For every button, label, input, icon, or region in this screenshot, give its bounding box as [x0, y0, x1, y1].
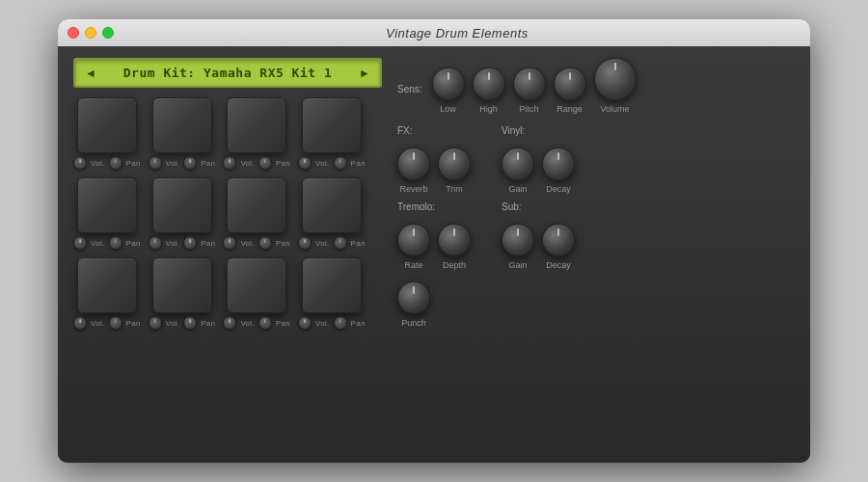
sub-decay-label: Decay — [546, 260, 571, 270]
sub-gain-knob[interactable] — [502, 224, 534, 256]
pad-2-3-pan-knob[interactable] — [258, 236, 272, 250]
pad-3-1-pan-knob[interactable] — [109, 316, 122, 330]
pad-2-4-vol-knob[interactable] — [298, 236, 312, 250]
tremolo-depth-knob[interactable] — [438, 224, 471, 256]
tremolo-sub-row: Tremolo: Rate Depth — [397, 201, 795, 270]
device-body: ◄ Drum Kit: Yamaha RX5 Kit 1 ► Vol. — [58, 46, 810, 463]
pad-group: Vol. Pan — [223, 177, 290, 250]
pad-2-4[interactable] — [302, 177, 362, 233]
main-window: Vintage Drum Elements ◄ Drum Kit: Yamaha… — [58, 19, 810, 463]
knob-group-pitch: Pitch — [513, 67, 546, 114]
minimize-button[interactable] — [85, 27, 96, 39]
fx-vinyl-row: FX: Reverb Trim — [397, 125, 795, 194]
pad-1-4[interactable] — [302, 97, 362, 153]
pad-3-2-vol-knob[interactable] — [149, 316, 162, 330]
pad-3-2-pan-knob[interactable] — [183, 316, 197, 330]
tremolo-rate-knob[interactable] — [397, 224, 430, 256]
vinyl-group: Vinyl: Gain Decay — [502, 125, 575, 194]
pad-2-2-vol-knob[interactable] — [149, 236, 162, 250]
pad-1-1-pan-label: Pan — [126, 159, 141, 168]
pad-3-3-pan-label: Pan — [276, 319, 290, 328]
pad-group: Vol. Pan — [298, 97, 366, 170]
pads-row-3: Vol. Pan Vol. Pan — [73, 257, 382, 330]
lcd-section: ◄ Drum Kit: Yamaha RX5 Kit 1 ► — [73, 58, 382, 88]
pad-1-2-pan-knob[interactable] — [183, 156, 197, 170]
pad-group: Vol. Pan — [149, 97, 216, 170]
sub-gain-label: Gain — [508, 260, 527, 270]
sens-pitch-label: Pitch — [520, 104, 539, 114]
pad-3-4[interactable] — [302, 257, 362, 313]
tremolo-rate-label: Rate — [404, 260, 422, 270]
pad-2-2[interactable] — [152, 177, 212, 233]
vinyl-gain-knob[interactable] — [502, 147, 534, 180]
pad-3-4-pan-knob[interactable] — [334, 316, 347, 330]
pad-2-1[interactable] — [77, 177, 137, 233]
fx-trim-knob[interactable] — [438, 147, 471, 180]
pad-1-3-pan-knob[interactable] — [258, 156, 272, 170]
fx-knob-row: Reverb Trim — [397, 147, 471, 194]
pad-3-2-pan-label: Pan — [201, 319, 215, 328]
pad-1-1-vol-knob[interactable] — [73, 156, 87, 170]
pad-1-4-pan-knob[interactable] — [334, 156, 347, 170]
sens-high-knob[interactable] — [473, 67, 505, 100]
sens-volume-knob[interactable] — [594, 58, 637, 100]
pad-1-4-vol-label: Vol. — [315, 159, 330, 168]
pad-2-4-vol-label: Vol. — [315, 239, 330, 248]
lcd-display: ◄ Drum Kit: Yamaha RX5 Kit 1 ► — [73, 58, 382, 88]
pad-2-2-pan-knob[interactable] — [183, 236, 197, 250]
knob-group-sub-gain: Gain — [502, 224, 534, 270]
lcd-next-arrow[interactable]: ► — [359, 67, 370, 80]
pad-3-3-vol-label: Vol. — [240, 319, 255, 328]
knob-group-volume: Volume — [594, 58, 637, 114]
pad-2-3-vol-knob[interactable] — [223, 236, 236, 250]
pad-2-1-pan-knob[interactable] — [109, 236, 122, 250]
right-panel: Sens: Low High Pitch — [397, 58, 795, 451]
pad-2-3[interactable] — [227, 177, 286, 233]
maximize-button[interactable] — [102, 27, 114, 39]
sens-range-knob[interactable] — [554, 67, 586, 100]
pad-3-2[interactable] — [152, 257, 212, 313]
pad-1-4-vol-knob[interactable] — [298, 156, 312, 170]
pad-2-1-vol-label: Vol. — [91, 239, 105, 248]
pad-1-3-vol-knob[interactable] — [223, 156, 236, 170]
sens-low-knob[interactable] — [432, 67, 465, 100]
fx-group: FX: Reverb Trim — [397, 125, 471, 194]
title-bar: Vintage Drum Elements — [58, 19, 810, 46]
pad-1-2[interactable] — [152, 97, 212, 153]
pad-3-3-pan-knob[interactable] — [258, 316, 272, 330]
pad-3-1[interactable] — [77, 257, 137, 313]
pad-3-2-vol-label: Vol. — [166, 319, 180, 328]
pad-group: Vol. Pan — [73, 97, 141, 170]
window-title: Vintage Drum Elements — [114, 26, 800, 40]
pad-group: Vol. Pan — [298, 177, 366, 250]
close-button[interactable] — [68, 27, 79, 39]
pad-2-1-pan-label: Pan — [126, 239, 141, 248]
lcd-prev-arrow[interactable]: ◄ — [85, 67, 96, 80]
sens-high-label: High — [479, 104, 498, 114]
sub-label: Sub: — [502, 201, 575, 212]
pad-3-4-vol-knob[interactable] — [298, 316, 312, 330]
pad-2-1-vol-knob[interactable] — [73, 236, 87, 250]
pad-3-3[interactable] — [227, 257, 286, 313]
pad-2-2-pan-label: Pan — [201, 239, 215, 248]
fx-reverb-knob[interactable] — [397, 147, 430, 180]
punch-section: Punch — [397, 281, 795, 328]
pad-3-3-vol-knob[interactable] — [223, 316, 236, 330]
pad-1-1[interactable] — [77, 97, 137, 153]
tremolo-group: Tremolo: Rate Depth — [397, 201, 471, 270]
pad-1-3[interactable] — [227, 97, 286, 153]
knob-group-vinyl-gain: Gain — [502, 147, 534, 194]
pad-3-1-vol-knob[interactable] — [73, 316, 87, 330]
pad-2-4-pan-knob[interactable] — [334, 236, 347, 250]
sub-decay-knob[interactable] — [542, 224, 575, 256]
vinyl-knob-row: Gain Decay — [502, 147, 575, 194]
tremolo-depth-label: Depth — [443, 260, 466, 270]
sens-low-label: Low — [440, 104, 456, 114]
pad-group: Vol. Pan — [73, 257, 141, 330]
sub-group: Sub: Gain Decay — [502, 201, 575, 270]
pad-1-2-vol-knob[interactable] — [149, 156, 162, 170]
pad-1-1-pan-knob[interactable] — [109, 156, 122, 170]
sens-pitch-knob[interactable] — [513, 67, 546, 100]
vinyl-decay-knob[interactable] — [542, 147, 575, 180]
punch-knob[interactable] — [397, 281, 430, 314]
